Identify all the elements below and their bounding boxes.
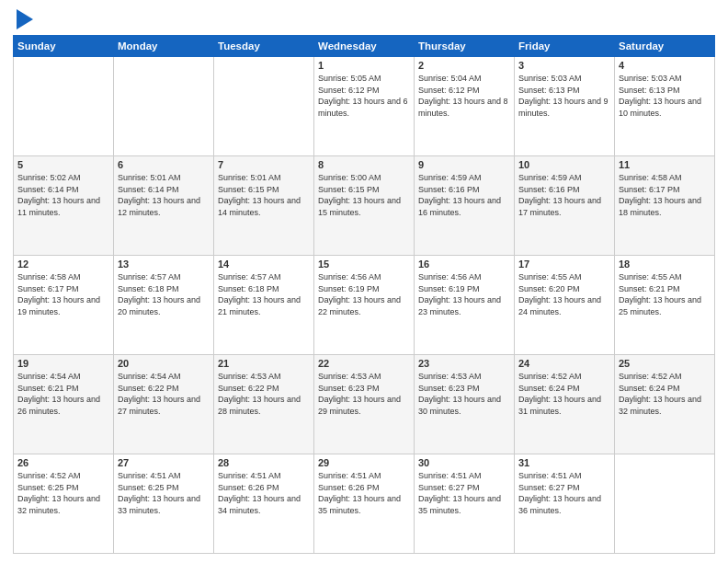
day-info: Sunrise: 4:56 AMSunset: 6:19 PMDaylight:… xyxy=(318,271,410,317)
day-info: Sunrise: 4:55 AMSunset: 6:21 PMDaylight:… xyxy=(619,271,711,317)
day-number: 24 xyxy=(518,358,610,369)
day-info: Sunrise: 4:58 AMSunset: 6:17 PMDaylight:… xyxy=(619,172,711,218)
calendar-cell xyxy=(615,454,715,554)
calendar-week-row: 5Sunrise: 5:02 AMSunset: 6:14 PMDaylight… xyxy=(14,156,715,256)
day-number: 19 xyxy=(17,358,109,369)
day-number: 27 xyxy=(118,457,210,468)
calendar-table: SundayMondayTuesdayWednesdayThursdayFrid… xyxy=(13,35,715,554)
day-info: Sunrise: 5:01 AMSunset: 6:14 PMDaylight:… xyxy=(118,172,210,218)
calendar-cell: 8Sunrise: 5:00 AMSunset: 6:15 PMDaylight… xyxy=(314,156,415,256)
day-number: 12 xyxy=(17,259,109,270)
day-number: 6 xyxy=(118,159,210,170)
day-number: 11 xyxy=(619,159,711,170)
day-info: Sunrise: 5:02 AMSunset: 6:14 PMDaylight:… xyxy=(17,172,109,218)
day-info: Sunrise: 5:05 AMSunset: 6:12 PMDaylight:… xyxy=(318,73,410,119)
day-number: 16 xyxy=(418,259,510,270)
calendar-cell: 15Sunrise: 4:56 AMSunset: 6:19 PMDayligh… xyxy=(314,256,415,355)
calendar-cell: 17Sunrise: 4:55 AMSunset: 6:20 PMDayligh… xyxy=(515,256,615,355)
calendar-cell: 27Sunrise: 4:51 AMSunset: 6:25 PMDayligh… xyxy=(114,454,214,554)
calendar-cell: 26Sunrise: 4:52 AMSunset: 6:25 PMDayligh… xyxy=(14,454,114,554)
day-number: 9 xyxy=(418,159,510,170)
day-number: 23 xyxy=(418,358,510,369)
weekday-header-cell: Tuesday xyxy=(214,36,314,57)
day-info: Sunrise: 5:03 AMSunset: 6:13 PMDaylight:… xyxy=(518,73,610,119)
weekday-header-cell: Thursday xyxy=(415,36,515,57)
calendar-cell: 7Sunrise: 5:01 AMSunset: 6:15 PMDaylight… xyxy=(214,156,314,256)
calendar-cell: 10Sunrise: 4:59 AMSunset: 6:16 PMDayligh… xyxy=(515,156,615,256)
day-info: Sunrise: 4:59 AMSunset: 6:16 PMDaylight:… xyxy=(418,172,510,218)
day-number: 3 xyxy=(518,60,610,71)
day-info: Sunrise: 4:54 AMSunset: 6:22 PMDaylight:… xyxy=(118,371,210,417)
calendar-cell: 22Sunrise: 4:53 AMSunset: 6:23 PMDayligh… xyxy=(314,355,415,454)
day-info: Sunrise: 4:55 AMSunset: 6:20 PMDaylight:… xyxy=(518,271,610,317)
day-number: 29 xyxy=(318,457,410,468)
day-info: Sunrise: 4:52 AMSunset: 6:24 PMDaylight:… xyxy=(619,371,711,417)
day-info: Sunrise: 4:53 AMSunset: 6:22 PMDaylight:… xyxy=(218,371,310,417)
weekday-header-cell: Sunday xyxy=(14,36,114,57)
day-info: Sunrise: 4:52 AMSunset: 6:24 PMDaylight:… xyxy=(518,371,610,417)
day-info: Sunrise: 4:52 AMSunset: 6:25 PMDaylight:… xyxy=(17,470,109,516)
day-info: Sunrise: 5:04 AMSunset: 6:12 PMDaylight:… xyxy=(418,73,510,119)
calendar-cell: 14Sunrise: 4:57 AMSunset: 6:18 PMDayligh… xyxy=(214,256,314,355)
calendar-cell: 12Sunrise: 4:58 AMSunset: 6:17 PMDayligh… xyxy=(14,256,114,355)
calendar-cell: 11Sunrise: 4:58 AMSunset: 6:17 PMDayligh… xyxy=(615,156,715,256)
calendar-cell xyxy=(114,57,214,156)
day-number: 1 xyxy=(318,60,410,71)
day-info: Sunrise: 4:51 AMSunset: 6:27 PMDaylight:… xyxy=(418,470,510,516)
weekday-header-cell: Saturday xyxy=(615,36,715,57)
calendar-cell: 31Sunrise: 4:51 AMSunset: 6:27 PMDayligh… xyxy=(515,454,615,554)
weekday-header-cell: Monday xyxy=(114,36,214,57)
calendar-cell: 18Sunrise: 4:55 AMSunset: 6:21 PMDayligh… xyxy=(615,256,715,355)
calendar-cell: 6Sunrise: 5:01 AMSunset: 6:14 PMDaylight… xyxy=(114,156,214,256)
day-number: 18 xyxy=(619,259,711,270)
day-info: Sunrise: 4:53 AMSunset: 6:23 PMDaylight:… xyxy=(418,371,510,417)
calendar-cell xyxy=(214,57,314,156)
weekday-header-row: SundayMondayTuesdayWednesdayThursdayFrid… xyxy=(14,36,715,57)
day-number: 21 xyxy=(218,358,310,369)
day-info: Sunrise: 4:51 AMSunset: 6:25 PMDaylight:… xyxy=(118,470,210,516)
day-info: Sunrise: 4:53 AMSunset: 6:23 PMDaylight:… xyxy=(318,371,410,417)
day-number: 26 xyxy=(17,457,109,468)
day-info: Sunrise: 5:00 AMSunset: 6:15 PMDaylight:… xyxy=(318,172,410,218)
calendar-cell: 1Sunrise: 5:05 AMSunset: 6:12 PMDaylight… xyxy=(314,57,415,156)
day-number: 8 xyxy=(318,159,410,170)
calendar-cell: 25Sunrise: 4:52 AMSunset: 6:24 PMDayligh… xyxy=(615,355,715,454)
calendar-cell: 2Sunrise: 5:04 AMSunset: 6:12 PMDaylight… xyxy=(415,57,515,156)
calendar-cell: 23Sunrise: 4:53 AMSunset: 6:23 PMDayligh… xyxy=(415,355,515,454)
day-number: 15 xyxy=(318,259,410,270)
day-number: 20 xyxy=(118,358,210,369)
day-info: Sunrise: 4:56 AMSunset: 6:19 PMDaylight:… xyxy=(418,271,510,317)
calendar-cell: 4Sunrise: 5:03 AMSunset: 6:13 PMDaylight… xyxy=(615,57,715,156)
day-info: Sunrise: 4:51 AMSunset: 6:26 PMDaylight:… xyxy=(218,470,310,516)
day-info: Sunrise: 4:57 AMSunset: 6:18 PMDaylight:… xyxy=(218,271,310,317)
day-number: 4 xyxy=(619,60,711,71)
day-number: 10 xyxy=(518,159,610,170)
day-number: 5 xyxy=(17,159,109,170)
calendar-week-row: 26Sunrise: 4:52 AMSunset: 6:25 PMDayligh… xyxy=(14,454,715,554)
calendar-cell: 29Sunrise: 4:51 AMSunset: 6:26 PMDayligh… xyxy=(314,454,415,554)
svg-marker-0 xyxy=(17,9,33,29)
logo xyxy=(13,9,33,29)
day-number: 30 xyxy=(418,457,510,468)
day-info: Sunrise: 4:58 AMSunset: 6:17 PMDaylight:… xyxy=(17,271,109,317)
day-info: Sunrise: 5:01 AMSunset: 6:15 PMDaylight:… xyxy=(218,172,310,218)
weekday-header-cell: Wednesday xyxy=(314,36,415,57)
calendar-cell: 16Sunrise: 4:56 AMSunset: 6:19 PMDayligh… xyxy=(415,256,515,355)
day-number: 14 xyxy=(218,259,310,270)
day-number: 7 xyxy=(218,159,310,170)
calendar-cell: 21Sunrise: 4:53 AMSunset: 6:22 PMDayligh… xyxy=(214,355,314,454)
day-info: Sunrise: 5:03 AMSunset: 6:13 PMDaylight:… xyxy=(619,73,711,119)
page: SundayMondayTuesdayWednesdayThursdayFrid… xyxy=(0,0,728,563)
calendar-cell: 3Sunrise: 5:03 AMSunset: 6:13 PMDaylight… xyxy=(515,57,615,156)
day-info: Sunrise: 4:51 AMSunset: 6:27 PMDaylight:… xyxy=(518,470,610,516)
day-info: Sunrise: 4:59 AMSunset: 6:16 PMDaylight:… xyxy=(518,172,610,218)
calendar-cell: 9Sunrise: 4:59 AMSunset: 6:16 PMDaylight… xyxy=(415,156,515,256)
day-number: 17 xyxy=(518,259,610,270)
day-info: Sunrise: 4:57 AMSunset: 6:18 PMDaylight:… xyxy=(118,271,210,317)
calendar-week-row: 1Sunrise: 5:05 AMSunset: 6:12 PMDaylight… xyxy=(14,57,715,156)
calendar-week-row: 12Sunrise: 4:58 AMSunset: 6:17 PMDayligh… xyxy=(14,256,715,355)
day-number: 31 xyxy=(518,457,610,468)
day-info: Sunrise: 4:51 AMSunset: 6:26 PMDaylight:… xyxy=(318,470,410,516)
calendar-cell: 30Sunrise: 4:51 AMSunset: 6:27 PMDayligh… xyxy=(415,454,515,554)
day-number: 22 xyxy=(318,358,410,369)
